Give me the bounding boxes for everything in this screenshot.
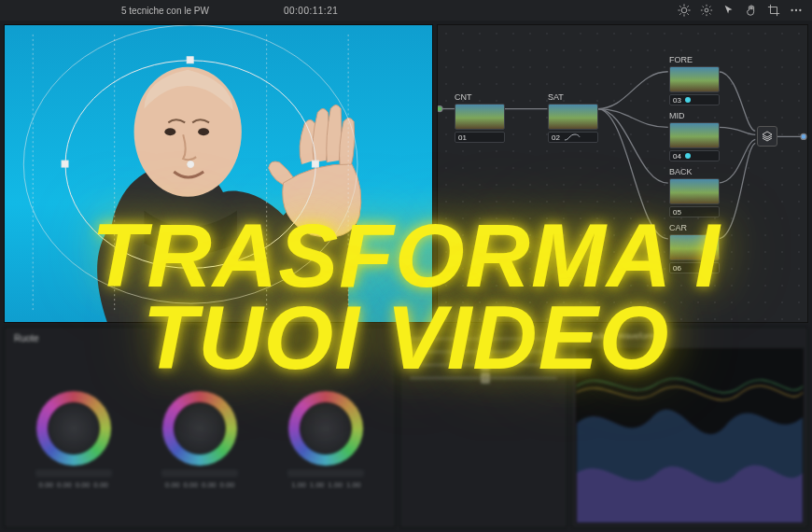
svg-point-11 (795, 9, 797, 11)
svg-rect-22 (187, 57, 193, 63)
svg-point-26 (188, 161, 194, 168)
toolbar (678, 4, 803, 17)
node-tag: 02 (548, 132, 598, 143)
node-thumbnail (669, 234, 720, 260)
svg-line-6 (687, 13, 689, 15)
color-wheel[interactable] (288, 391, 363, 466)
scope-tab[interactable]: Parade (580, 331, 607, 341)
node-label: BACK (669, 167, 720, 176)
svg-point-14 (164, 128, 175, 135)
node-cnt[interactable]: CNT 01 (455, 92, 505, 143)
slider[interactable] (410, 337, 557, 341)
node-number: 01 (458, 133, 467, 142)
svg-rect-25 (312, 161, 318, 167)
node-thumbnail (669, 178, 720, 204)
overflow-icon[interactable] (790, 4, 803, 17)
node-label: MID (669, 111, 720, 120)
wheel-lift[interactable]: 0.00 0.00 0.00 0.00 (32, 391, 116, 489)
curve-icon (564, 134, 595, 140)
settings-icon[interactable] (700, 4, 713, 17)
node-car[interactable]: CAR 06 (669, 223, 720, 273)
node-number: 06 (673, 264, 681, 273)
node-back[interactable]: BACK 05 (669, 167, 720, 217)
master-slider[interactable] (161, 469, 238, 477)
bottom-panels: Ruote 0.00 0.00 0.00 0.00 0.0 (4, 327, 808, 528)
adjustments-panel[interactable] (399, 327, 567, 528)
node-tag: 01 (455, 132, 505, 143)
wheel-gamma[interactable]: 0.00 0.00 0.00 0.00 (158, 391, 242, 489)
slider[interactable] (410, 350, 557, 354)
hand-icon[interactable] (745, 4, 758, 17)
node-tag: 04 (669, 150, 720, 161)
wheel-values: 1.00 1.00 1.00 1.00 (291, 481, 360, 489)
wheel-values: 0.00 0.00 0.00 0.00 (165, 481, 234, 489)
crop-icon[interactable] (767, 4, 780, 17)
qualifier-dot-icon (685, 153, 691, 159)
node-number: 04 (673, 152, 681, 161)
node-number: 02 (552, 133, 560, 142)
layers-icon (762, 131, 773, 142)
node-tag: 03 (669, 94, 720, 105)
scope-tab[interactable]: Waveform (618, 331, 656, 341)
svg-point-0 (681, 7, 687, 13)
node-number: 03 (673, 96, 681, 105)
node-thumbnail (548, 104, 598, 130)
node-tag: 06 (669, 262, 720, 273)
panel-header: Ruote (5, 328, 395, 349)
node-sat[interactable]: SAT 02 (548, 92, 598, 143)
subject-figure (97, 67, 361, 322)
scope-tabs: Parade Waveform (572, 328, 807, 344)
node-fore[interactable]: FORE 03 (669, 55, 720, 105)
viewer-canvas (5, 25, 432, 322)
node-thumbnail (669, 66, 720, 92)
svg-rect-24 (62, 161, 68, 167)
project-title: 5 tecniche con le PW (121, 6, 209, 16)
master-slider[interactable] (287, 469, 364, 477)
svg-point-10 (791, 9, 792, 11)
timecode-display[interactable]: 00:00:11:21 (284, 6, 338, 16)
wheel-row: 0.00 0.00 0.00 0.00 0.00 0.00 0.00 0.00 (5, 349, 395, 527)
node-label: SAT (548, 92, 598, 102)
node-thumbnail (669, 122, 720, 148)
wheel-values: 0.00 0.00 0.00 0.00 (39, 481, 108, 489)
scope-display (576, 348, 804, 524)
slider[interactable] (410, 363, 557, 367)
top-bar: 5 tecniche con le PW 00:00:11:21 (0, 0, 812, 21)
node-tag: 05 (669, 206, 720, 217)
node-label: CNT (455, 92, 505, 102)
svg-line-5 (679, 6, 681, 7)
node-label: CAR (669, 223, 720, 232)
svg-line-7 (679, 13, 681, 15)
node-mid[interactable]: MID 04 (669, 111, 720, 161)
master-slider[interactable] (35, 469, 112, 477)
svg-line-8 (687, 6, 689, 7)
node-number: 05 (673, 208, 681, 217)
color-wheels-panel[interactable]: Ruote 0.00 0.00 0.00 0.00 0.0 (4, 327, 396, 528)
parallel-mixer-node[interactable] (757, 126, 777, 147)
svg-point-12 (799, 9, 801, 11)
svg-point-27 (187, 264, 195, 273)
app-root: 5 tecniche con le PW 00:00:11:21 (0, 0, 812, 532)
scopes-panel[interactable]: Parade Waveform (571, 327, 808, 528)
color-wheel[interactable] (162, 391, 237, 466)
pointer-icon[interactable] (722, 4, 735, 17)
node-label: FORE (669, 55, 720, 64)
svg-point-29 (801, 133, 806, 139)
node-graph-panel[interactable]: CNT 01 SAT 02 FORE 03 (437, 24, 808, 323)
color-wheel[interactable] (36, 391, 111, 466)
viewer-panel[interactable] (4, 24, 433, 323)
svg-point-28 (438, 106, 442, 112)
slider[interactable] (410, 376, 557, 380)
svg-point-15 (198, 128, 209, 135)
node-wires (438, 25, 807, 322)
svg-point-9 (705, 8, 708, 12)
qualifier-dot-icon (685, 97, 691, 103)
wheel-gain[interactable]: 1.00 1.00 1.00 1.00 (284, 391, 368, 489)
node-thumbnail (455, 104, 505, 130)
brightness-icon[interactable] (678, 4, 691, 17)
